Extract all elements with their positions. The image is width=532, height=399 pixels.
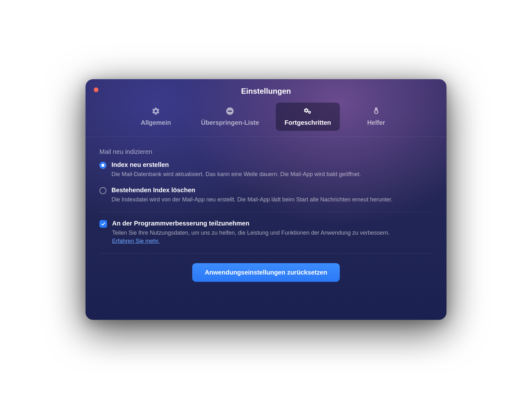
window-title: Einstellungen [86, 87, 446, 96]
option-delete-title: Bestehenden Index löschen [111, 187, 392, 194]
divider [99, 253, 433, 254]
minus-circle-icon [225, 106, 234, 116]
radio-rebuild-index[interactable] [99, 162, 106, 169]
tabs-row: Allgemein Überspringen-Liste Fortgeschri… [86, 98, 446, 137]
learn-more-link[interactable]: Erfahren Sie mehr. [112, 238, 160, 244]
reindex-heading: Mail neu indizieren [99, 148, 433, 155]
tab-skiplist[interactable]: Überspringen-Liste [192, 103, 268, 131]
tab-helper-label: Helfer [367, 119, 385, 126]
tab-skiplist-label: Überspringen-Liste [201, 119, 259, 126]
divider [99, 212, 433, 212]
option-improve-desc-text: Teilen Sie Ihre Nutzungsdaten, um uns zu… [112, 230, 390, 236]
tab-helper[interactable]: Helfer [348, 103, 405, 131]
titlebar: Einstellungen [86, 79, 446, 98]
option-improvement-program[interactable]: An der Programmverbesserung teilzunehmen… [99, 220, 433, 245]
option-delete-desc: Die Indexdatei wird von der Mail-App neu… [111, 196, 392, 204]
settings-window: Einstellungen Allgemein Überspringen-Lis… [86, 79, 446, 320]
tab-advanced[interactable]: Fortgeschritten [276, 103, 340, 131]
option-delete-index[interactable]: Bestehenden Index löschen Die Indexdatei… [99, 187, 433, 204]
helper-icon [372, 106, 381, 116]
option-improve-title: An der Programmverbesserung teilzunehmen [112, 220, 390, 227]
radio-delete-index[interactable] [99, 187, 106, 194]
gears-icon [303, 106, 312, 116]
tab-advanced-label: Fortgeschritten [285, 119, 331, 126]
option-improve-desc: Teilen Sie Ihre Nutzungsdaten, um uns zu… [112, 229, 390, 245]
option-rebuild-desc: Die Mail-Datenbank wird aktualisiert. Da… [111, 170, 361, 178]
close-window-button[interactable] [94, 87, 98, 92]
gear-icon [151, 106, 160, 116]
option-rebuild-title: Index neu erstellen [111, 161, 361, 168]
checkbox-improvement-program[interactable] [99, 220, 107, 228]
svg-rect-1 [228, 111, 232, 111]
tab-general-label: Allgemein [141, 119, 171, 126]
tab-general[interactable]: Allgemein [127, 103, 184, 131]
content: Mail neu indizieren Index neu erstellen … [86, 137, 446, 289]
option-rebuild-index[interactable]: Index neu erstellen Die Mail-Datenbank w… [99, 161, 433, 178]
reset-settings-button[interactable]: Anwendungseinstellungen zurücksetzen [192, 263, 340, 282]
